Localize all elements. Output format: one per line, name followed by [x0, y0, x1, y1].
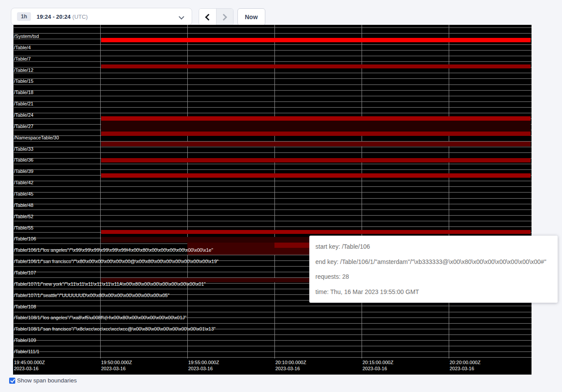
tooltip-start-key: start key: /Table/106 [315, 239, 552, 254]
heat-band[interactable] [101, 38, 531, 42]
next-window-button[interactable] [217, 9, 234, 25]
x-axis-label: 19:55:00.000Z2023-03-16 [188, 359, 219, 372]
chevron-right-icon [220, 14, 227, 20]
span-boundary-line [13, 226, 532, 227]
span-boundary-line [13, 73, 532, 73]
span-boundary-line [13, 147, 532, 147]
row-key-label: /Table/55 [14, 225, 34, 230]
span-boundary-line [13, 101, 532, 102]
row-key-label: /Table/107/1/"seattle"/"UUUUUUD\x00\x80\… [14, 293, 169, 298]
time-bucket-line [187, 25, 188, 358]
chevron-down-icon [179, 14, 184, 20]
row-key-label: /Table/33 [14, 146, 34, 152]
span-boundary-line [13, 198, 532, 199]
heat-band[interactable] [101, 158, 531, 162]
show-span-boundaries-label: Show span boundaries [17, 377, 77, 384]
span-boundary-line [13, 335, 532, 335]
row-key-label: /Table/24 [14, 112, 34, 118]
time-bucket-line [449, 25, 449, 358]
time-range-preset-chip: 1h [17, 12, 31, 21]
x-axis-date: 2023-03-16 [362, 365, 393, 372]
span-boundary-line [13, 61, 532, 62]
heat-band[interactable] [101, 116, 531, 121]
row-key-label: /Table/109 [14, 338, 36, 343]
row-key-label: /Table/7 [14, 56, 31, 61]
span-boundary-line [13, 90, 532, 91]
row-key-label: /Table/15 [14, 78, 34, 84]
heat-band[interactable] [101, 230, 531, 234]
span-boundary-line [13, 33, 532, 34]
row-key-label: /NamespaceTable/30 [14, 135, 59, 140]
tooltip-requests: requests: 28 [315, 269, 552, 284]
span-boundary-line [13, 169, 532, 170]
x-axis-date: 2023-03-16 [450, 365, 481, 372]
row-key-label: /Table/12 [14, 68, 34, 73]
row-key-label: /Table/4 [14, 45, 31, 50]
row-key-label: /Table/108/1/"san francisco"/"\x8c\xcc\x… [14, 326, 216, 331]
x-axis-time: 19:55:00.000Z [188, 359, 219, 365]
row-key-label: /Table/108 [14, 304, 36, 309]
row-key-label: /System/tsd [14, 34, 39, 39]
x-axis-label: 20:15:00.000Z2023-03-16 [362, 359, 393, 372]
span-boundary-line [13, 84, 532, 85]
x-axis-date: 2023-03-16 [188, 365, 219, 372]
span-boundary-line [13, 78, 532, 79]
x-axis-time: 19:45:00.000Z [14, 359, 45, 365]
chevron-left-icon [205, 14, 212, 20]
x-axis-date: 2023-03-16 [275, 365, 306, 372]
tooltip-end-key: end key: /Table/106/1/"amsterdam"/"\xb33… [315, 254, 552, 270]
span-boundary-line [13, 164, 532, 164]
row-key-label: /Table/106/1/"los angeles"/"\x99\x99\x99… [14, 247, 213, 253]
checkmark-icon [10, 378, 15, 383]
time-range-text: 19:24 - 20:24 [37, 14, 71, 20]
heat-band[interactable] [101, 132, 531, 136]
x-axis-time: 20:10:00.000Z [275, 359, 306, 365]
x-axis-label: 20:20:00.000Z2023-03-16 [450, 359, 481, 372]
time-bucket-line [362, 25, 362, 358]
heatmap-left-border [13, 25, 14, 358]
key-visualizer-heatmap[interactable]: /System/tsd/Table/4/Table/7/Table/12/Tab… [13, 25, 532, 375]
time-range-selector[interactable]: 1h 19:24 - 20:24 (UTC) [11, 8, 192, 25]
time-bucket-line [274, 25, 275, 358]
row-key-label: /Table/106 [14, 236, 36, 241]
x-axis-time: 20:15:00.000Z [362, 359, 393, 365]
previous-window-button[interactable] [199, 9, 217, 25]
span-boundary-line [13, 107, 532, 108]
row-key-label: /Table/48 [14, 203, 34, 208]
x-axis-date: 2023-03-16 [14, 365, 45, 372]
time-window-nav [199, 8, 234, 26]
row-key-label: /Table/21 [14, 101, 34, 106]
span-boundary-line [13, 221, 532, 221]
span-boundary-line [13, 346, 532, 346]
row-key-label: /Table/111/1 [14, 349, 39, 354]
x-axis-label: 19:45:00.000Z2023-03-16 [14, 359, 45, 372]
span-boundary-line [13, 181, 532, 181]
span-boundary-line [13, 186, 532, 187]
x-axis-time: 19:50:00.000Z [101, 359, 132, 365]
heat-band[interactable] [101, 142, 531, 146]
row-key-label: /Table/42 [14, 180, 34, 185]
show-span-boundaries-checkbox[interactable] [9, 378, 15, 384]
span-boundary-line [13, 351, 532, 352]
span-boundary-line [13, 323, 532, 324]
row-key-label: /Table/39 [14, 169, 34, 174]
row-key-label: /Table/107 [14, 270, 36, 275]
time-range-timezone: (UTC) [72, 14, 88, 20]
span-boundary-line [13, 96, 532, 96]
heat-band[interactable] [101, 121, 531, 132]
now-button[interactable]: Now [237, 8, 265, 26]
span-boundaries-row: Show span boundaries [9, 377, 77, 384]
span-boundary-line [13, 27, 532, 28]
row-key-label: /Table/45 [14, 191, 34, 196]
x-axis-label: 19:50:00.000Z2023-03-16 [101, 359, 132, 372]
row-key-label: /Table/27 [14, 124, 34, 129]
span-boundary-line [13, 340, 532, 341]
span-boundary-line [13, 357, 532, 358]
span-boundary-line [13, 44, 532, 45]
tooltip-time: time: Thu, 16 Mar 2023 19:55:00 GMT [315, 284, 552, 300]
span-boundary-line [13, 204, 532, 204]
span-boundary-line [13, 210, 532, 210]
heat-band[interactable] [101, 173, 531, 178]
heat-band[interactable] [101, 64, 531, 68]
x-axis-date: 2023-03-16 [101, 365, 132, 372]
